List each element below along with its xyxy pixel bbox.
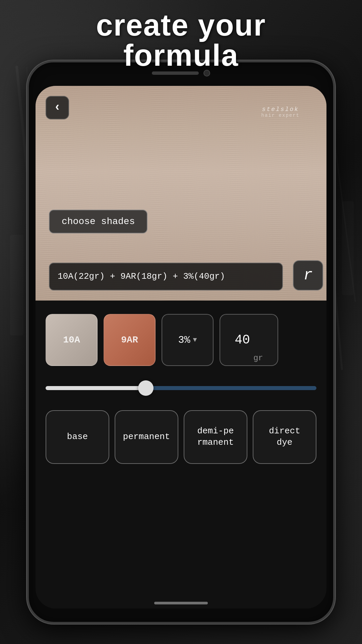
type-button-base-label: base — [67, 431, 88, 443]
back-icon: ‹ — [54, 102, 61, 114]
formula-text: 10A(22gr) + 9AR(18gr) + 3%(40gr) — [58, 270, 274, 283]
choose-shades-label: choose shades — [62, 216, 135, 227]
gram-unit: gr — [253, 354, 263, 365]
r-badge[interactable]: r — [293, 260, 323, 290]
swatch-percent-selector[interactable]: 3% ▼ — [162, 314, 214, 366]
choose-shades-button[interactable]: choose shades — [49, 210, 147, 233]
type-button-permanent[interactable]: permanent — [115, 410, 178, 464]
slider-thumb[interactable] — [138, 380, 154, 396]
controls-area: 10A 9AR 3% ▼ 40 gr — [36, 301, 326, 608]
swatch-10a-label: 10A — [63, 335, 80, 345]
type-button-permanent-label: permanent — [123, 431, 170, 443]
svg-rect-4 — [10, 235, 23, 335]
dropdown-arrow-icon: ▼ — [193, 336, 197, 344]
gram-value: 40 — [235, 333, 250, 347]
brand-label: stelslok hair expert — [261, 106, 300, 118]
header-line1: create your — [96, 8, 266, 42]
page-title: create your formula — [0, 10, 362, 70]
type-button-base[interactable]: base — [46, 410, 109, 464]
formula-box: 10A(22gr) + 9AR(18gr) + 3%(40gr) — [49, 263, 283, 290]
type-button-demi-permanent-label: demi-permanent — [197, 426, 234, 448]
type-buttons-row: base permanent demi-permanent directdye — [42, 407, 320, 467]
brand-name: stelslok — [261, 106, 300, 113]
swatch-10a[interactable]: 10A — [46, 314, 98, 366]
percent-value: 3% — [178, 334, 190, 346]
back-button[interactable]: ‹ — [46, 96, 69, 119]
type-button-direct-dye-label: directdye — [269, 426, 300, 448]
type-button-direct-dye[interactable]: directdye — [253, 410, 316, 464]
phone-frame: stelslok hair expert ‹ choose shades 10A… — [27, 60, 335, 624]
swatch-9ar[interactable]: 9AR — [104, 314, 156, 366]
swatches-row: 10A 9AR 3% ▼ 40 gr — [42, 307, 320, 373]
hair-preview-image: stelslok hair expert ‹ choose shades 10A… — [36, 86, 326, 301]
header-line2: formula — [123, 39, 239, 72]
swatch-gram-input[interactable]: 40 gr — [220, 314, 278, 366]
type-button-demi-permanent[interactable]: demi-permanent — [184, 410, 247, 464]
phone-screen: stelslok hair expert ‹ choose shades 10A… — [36, 86, 326, 608]
brand-sub: hair expert — [261, 113, 300, 118]
slider-area — [42, 373, 320, 407]
svg-rect-5 — [342, 201, 354, 295]
slider-track[interactable] — [46, 386, 316, 390]
r-badge-label: r — [303, 267, 313, 284]
home-indicator — [154, 602, 208, 604]
swatch-9ar-label: 9AR — [121, 335, 138, 345]
